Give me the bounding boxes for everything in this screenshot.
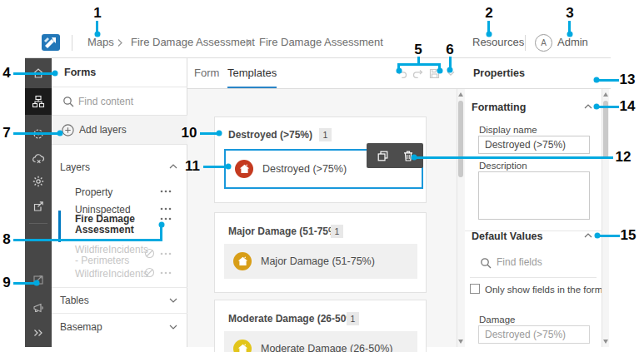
open-in-new-icon[interactable] — [25, 267, 52, 292]
properties-scrollbar[interactable] — [602, 89, 609, 347]
scroll-down-arrow[interactable] — [603, 340, 608, 344]
not-visible-icon — [144, 248, 155, 259]
layer-item-wildfire-incidents[interactable]: WildfireIncidents — [75, 269, 147, 280]
template-item-major-damage[interactable]: Major Damage (51-75%) — [224, 244, 417, 279]
sharing-icon[interactable] — [25, 194, 52, 219]
find-content-search[interactable] — [52, 87, 187, 116]
redo-icon[interactable] — [412, 67, 424, 80]
duplicate-icon[interactable] — [377, 150, 389, 162]
scroll-up-arrow[interactable] — [458, 92, 463, 97]
not-visible-icon — [144, 267, 155, 278]
settings-gear-icon[interactable] — [25, 169, 52, 194]
collapse-rail-icon[interactable] — [25, 320, 52, 345]
rail-divider — [29, 223, 47, 224]
moderate-damage-house-icon — [233, 340, 252, 352]
app-header: Maps Fire Damage Assessment Fire Damage … — [25, 27, 611, 58]
damage-field-label: Damage — [479, 315, 515, 325]
layer-item-property[interactable]: Property — [75, 187, 147, 198]
tab-templates[interactable]: Templates — [227, 58, 277, 88]
scroll-down-arrow[interactable] — [458, 340, 463, 344]
template-item-label: Moderate Damage (26-50%) — [261, 331, 392, 352]
find-fields-input[interactable] — [497, 254, 580, 270]
admin-menu[interactable]: Admin — [557, 27, 588, 57]
layers-section-header[interactable]: Layers — [60, 161, 90, 173]
template-count-badge: 1 — [319, 128, 332, 141]
overflow-menu-icon[interactable] — [160, 217, 172, 221]
templates-panel: Form Templates Destroyed (>75%) 1 Destro… — [187, 58, 465, 347]
display-name-label: Display name — [479, 125, 537, 135]
major-damage-house-icon — [233, 252, 252, 270]
forms-panel-title: Forms — [64, 58, 96, 87]
chevron-down-icon[interactable] — [169, 298, 177, 303]
only-show-fields-label: Only show fields in the form — [485, 285, 602, 295]
plus-circle-icon — [62, 124, 74, 136]
forms-icon[interactable] — [25, 88, 52, 115]
avatar[interactable]: A — [535, 34, 552, 52]
templates-scrollbar[interactable] — [457, 89, 464, 347]
selected-layer-indicator — [58, 211, 61, 242]
tab-form[interactable]: Form — [194, 58, 219, 88]
formatting-section-header[interactable]: Formatting — [472, 102, 526, 113]
header-divider — [72, 35, 72, 51]
find-content-input[interactable] — [78, 93, 178, 110]
description-label: Description — [479, 161, 527, 171]
chevron-right-icon — [117, 38, 123, 47]
template-group-major-damage: Major Damage (51-75%) 1 Major Damage (51… — [214, 212, 427, 293]
template-group-title: Destroyed (>75%) — [228, 129, 312, 141]
basemap-section-header[interactable]: Basemap — [60, 321, 102, 333]
properties-panel-title: Properties — [473, 58, 525, 89]
description-textarea[interactable] — [478, 171, 590, 220]
scrollbar-thumb[interactable] — [603, 101, 608, 159]
chevron-down-icon[interactable] — [169, 325, 177, 330]
template-item-label: Destroyed (>75%) — [262, 151, 347, 187]
forms-panel: Forms Add layers Layers Property Uninspe… — [52, 58, 187, 347]
overflow-menu-icon[interactable] — [160, 271, 172, 275]
chevron-up-icon[interactable] — [169, 164, 177, 169]
breadcrumb-map-name[interactable]: Fire Damage Assessment — [131, 27, 255, 57]
overflow-menu-icon[interactable] — [160, 207, 172, 211]
layer-item-wildfire-perimeters[interactable]: WildfireIncidents - Perimeters — [75, 245, 147, 266]
offline-cloud-icon[interactable] — [25, 146, 52, 171]
properties-panel: Properties Formatting Display name Descr… — [465, 58, 611, 347]
default-values-section-header[interactable]: Default Values — [472, 231, 542, 242]
tables-section-header[interactable]: Tables — [60, 295, 89, 306]
layer-item-fire-damage-assessment[interactable]: Fire Damage Assessment — [75, 214, 147, 235]
damage-field-input[interactable] — [478, 325, 590, 344]
template-group-moderate-damage: Moderate Damage (26-50%) 1 Moderate Dama… — [214, 300, 427, 352]
search-icon — [62, 96, 74, 107]
chevron-right-icon — [245, 38, 252, 47]
resources-link[interactable]: Resources — [472, 27, 524, 57]
template-item-moderate-damage[interactable]: Moderate Damage (26-50%) — [224, 331, 417, 352]
template-count-badge: 1 — [331, 225, 343, 238]
field-maps-designer-screenshot: Maps Fire Damage Assessment Fire Damage … — [0, 0, 644, 352]
template-group-title: Moderate Damage (26-50%) — [228, 313, 358, 325]
display-name-input[interactable] — [478, 136, 590, 154]
only-show-fields-checkbox[interactable] — [470, 284, 480, 294]
breadcrumb-current-page: Fire Damage Assessment — [259, 27, 383, 57]
breadcrumb-maps[interactable]: Maps — [87, 27, 114, 57]
destroyed-house-icon — [235, 160, 253, 178]
header-divider — [525, 35, 526, 51]
app-logo-icon — [41, 33, 61, 52]
add-layers-label: Add layers — [79, 116, 127, 145]
overflow-menu-icon[interactable] — [160, 252, 172, 255]
scrollbar-thumb[interactable] — [458, 101, 463, 177]
template-group-title: Major Damage (51-75%) — [228, 226, 341, 237]
template-item-label: Major Damage (51-75%) — [261, 244, 375, 279]
chevron-up-icon[interactable] — [584, 233, 592, 238]
template-count-badge: 1 — [347, 312, 359, 325]
navigation-rail — [25, 58, 52, 347]
scroll-up-arrow[interactable] — [603, 92, 608, 97]
search-icon — [480, 257, 492, 269]
overflow-menu-icon[interactable] — [160, 190, 172, 193]
feedback-megaphone-icon[interactable] — [25, 295, 52, 320]
chevron-up-icon[interactable] — [584, 104, 592, 109]
add-layers-button[interactable]: Add layers — [52, 116, 187, 145]
